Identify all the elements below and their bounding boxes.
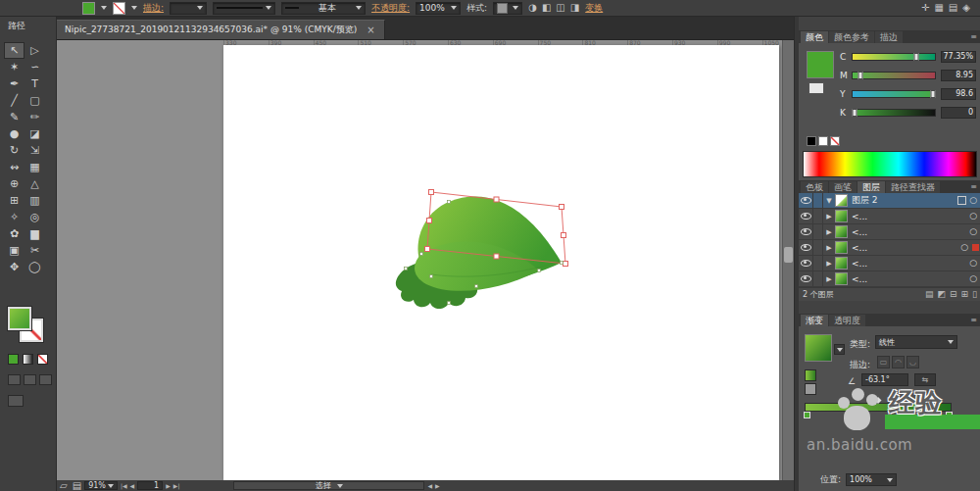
magic-wand-tool[interactable]: ✶ — [4, 59, 24, 75]
channel-value[interactable]: 98.6 — [941, 88, 976, 100]
lasso-tool[interactable]: ∽ — [24, 59, 45, 75]
target-icon[interactable]: ○ — [969, 196, 977, 205]
delete-layer-icon[interactable]: ▯ — [972, 290, 977, 299]
lock-cell[interactable] — [813, 256, 823, 270]
stroke-within-icon[interactable]: ▭ — [877, 356, 890, 368]
channel-value[interactable]: 0 — [941, 107, 976, 119]
artboard-nav-icon[interactable]: ▱ — [60, 481, 68, 491]
recolor-artwork-icon[interactable]: ◑ — [528, 3, 537, 13]
stroke-color-swatch[interactable] — [113, 2, 125, 15]
stroke-weight-select[interactable] — [170, 2, 207, 15]
layer-row[interactable]: ▶<...○ — [799, 256, 980, 271]
channel-value[interactable]: 8.95 — [941, 70, 976, 81]
status-next-icon[interactable]: ▶ — [435, 483, 440, 489]
free-transform-tool[interactable]: ▦ — [24, 159, 45, 175]
prev-artboard-button[interactable]: ◀ — [130, 483, 135, 489]
scale-tool[interactable]: ⇲ — [24, 142, 45, 159]
expand-arrow-icon[interactable]: ▶ — [823, 275, 835, 283]
stroke-along-icon[interactable]: ◠ — [892, 356, 905, 368]
selection-tool[interactable]: ↖ — [4, 42, 24, 59]
new-layer-icon[interactable]: ⊞ — [961, 290, 969, 299]
document-tab[interactable]: Nipic_27738721_20190121132934657036.ai* … — [56, 20, 385, 39]
lock-cell[interactable] — [813, 271, 823, 286]
slider-handle[interactable] — [858, 72, 862, 79]
channel-slider[interactable] — [852, 109, 936, 117]
gradient-stroke-thumb[interactable] — [805, 383, 816, 395]
target-icon[interactable]: ○ — [969, 212, 977, 221]
tab-brushes[interactable]: 画笔 — [829, 181, 857, 193]
artboard-number-input[interactable]: 1 — [137, 481, 163, 490]
fill-dropdown-icon[interactable] — [101, 6, 107, 10]
leaf-artwork[interactable] — [223, 45, 779, 480]
next-artboard-button[interactable]: ▶ — [166, 483, 171, 489]
vertical-scrollbar[interactable] — [782, 39, 794, 480]
eyedropper-tool[interactable]: ✧ — [4, 209, 24, 225]
channel-slider[interactable] — [852, 72, 936, 79]
screen-mode-button[interactable] — [8, 395, 24, 407]
target-icon[interactable]: ○ — [969, 227, 977, 236]
canvas-area[interactable]: 3303904505105706306907508108709309901050 — [56, 39, 794, 480]
lock-cell[interactable] — [813, 209, 823, 223]
panel-menu-icon[interactable]: ≡ — [970, 180, 977, 193]
expand-arrow-icon[interactable]: ▶ — [823, 260, 835, 268]
width-profile-select[interactable] — [213, 2, 275, 15]
rotate-tool[interactable]: ↻ — [4, 142, 24, 159]
tab-pathfinder[interactable]: 路径查找器 — [886, 181, 940, 193]
draw-inside-button[interactable] — [39, 374, 52, 385]
gradient-tool[interactable]: ▥ — [24, 192, 45, 209]
channel-slider[interactable] — [852, 90, 936, 98]
gradient-type-select[interactable]: 线性 — [875, 335, 957, 349]
stroke-panel-link[interactable]: 描边: — [143, 2, 164, 15]
gradient-fill-thumb[interactable] — [805, 369, 816, 381]
artboard[interactable] — [223, 45, 779, 480]
slider-handle[interactable] — [931, 90, 936, 98]
target-icon[interactable]: ○ — [960, 243, 968, 252]
gradient-stop-start[interactable] — [804, 412, 810, 418]
blend-tool[interactable]: ◎ — [24, 209, 45, 225]
first-artboard-button[interactable]: |◀ — [121, 483, 127, 489]
shape-mode-icon[interactable]: ✛ — [921, 3, 929, 13]
none-button[interactable] — [37, 354, 48, 365]
cs-live-icon[interactable]: ◈ — [962, 3, 970, 13]
tab-gradient[interactable]: 渐变 — [801, 315, 828, 326]
hand-tool[interactable]: ✥ — [4, 259, 24, 275]
visibility-toggle[interactable] — [799, 193, 813, 208]
draw-behind-button[interactable] — [24, 374, 36, 385]
none-swatch[interactable] — [830, 136, 840, 146]
opacity-link[interactable]: 不透明度: — [371, 2, 410, 15]
eraser-tool[interactable]: ◪ — [24, 125, 45, 142]
expand-arrow-icon[interactable]: ▶ — [823, 228, 835, 236]
mesh-tool[interactable]: ⊞ — [4, 192, 24, 209]
align-right-icon[interactable]: ◨ — [570, 3, 579, 13]
color-spectrum[interactable] — [803, 151, 977, 177]
visibility-toggle[interactable] — [799, 271, 813, 286]
opacity-select[interactable]: 100% — [416, 2, 461, 15]
width-tool[interactable]: ↭ — [4, 159, 24, 175]
transform-link[interactable]: 变换 — [585, 2, 603, 15]
fill-color-swatch[interactable] — [82, 2, 95, 15]
brush-definition-select[interactable]: 基本 — [281, 2, 366, 15]
shape-builder-tool[interactable]: ⊕ — [4, 175, 24, 192]
status-display[interactable]: 选择 — [233, 481, 424, 490]
expand-arrow-icon[interactable]: ▶ — [823, 244, 835, 252]
visibility-toggle[interactable] — [799, 209, 813, 223]
direct-selection-tool[interactable]: ▷ — [24, 42, 45, 59]
type-tool[interactable]: T — [24, 75, 45, 92]
make-clipping-mask-icon[interactable]: ◩ — [937, 290, 946, 299]
last-color-chip[interactable] — [808, 82, 824, 94]
status-prev-icon[interactable]: ◀ — [427, 483, 432, 489]
close-tab-icon[interactable]: × — [367, 25, 374, 35]
stroke-dropdown-icon[interactable] — [131, 6, 137, 10]
white-swatch[interactable] — [818, 136, 828, 146]
tab-transparency[interactable]: 透明度 — [829, 315, 865, 326]
slider-handle[interactable] — [913, 53, 918, 61]
symbol-sprayer-tool[interactable]: ✿ — [4, 225, 24, 242]
align-center-icon[interactable]: ◫ — [556, 3, 564, 13]
zoom-tool[interactable]: ◯ — [24, 259, 45, 275]
column-graph-tool[interactable]: ▆ — [24, 225, 45, 242]
channel-slider[interactable] — [852, 53, 936, 61]
tab-swatches[interactable]: 色板 — [801, 181, 828, 193]
lock-cell[interactable] — [813, 240, 823, 255]
rectangle-tool[interactable]: ▢ — [24, 92, 45, 109]
new-sublayer-icon[interactable]: ⊟ — [950, 290, 957, 299]
